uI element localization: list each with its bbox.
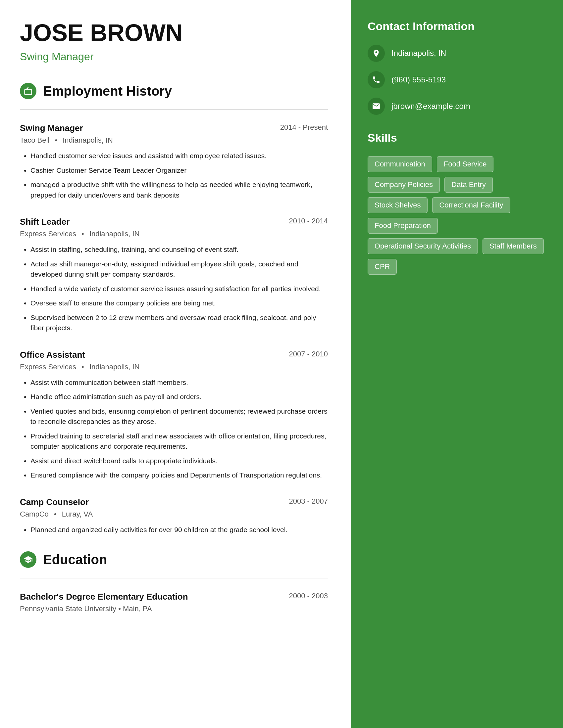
list-item: Provided training to secretarial staff a… [30,431,328,452]
job-title: Shift Leader [20,217,70,227]
job-header: Swing Manager2014 - Present [20,123,328,133]
education-title: Education [43,552,107,567]
list-item: Supervised between 2 to 12 crew members … [30,312,328,333]
list-item: Oversee staff to ensure the company poli… [30,298,328,308]
list-item: Assist with communication between staff … [30,377,328,388]
email-icon [372,102,381,111]
job-title: Swing Manager [20,123,83,133]
job-entry: Office Assistant2007 - 2010Express Servi… [20,350,328,480]
job-bullets: Assist with communication between staff … [20,377,328,480]
employment-section-heading: Employment History [20,83,328,99]
candidate-title: Swing Manager [20,51,328,63]
job-company: Express Services • Indianapolis, IN [20,363,328,371]
list-item: Planned and organized daily activities f… [30,524,328,535]
email-text: jbrown@example.com [392,102,470,111]
candidate-name: JOSE BROWN [20,20,328,46]
edu-dates: 2000 - 2003 [289,592,328,600]
list-item: Ensured compliance with the company poli… [30,470,328,480]
contact-section-title: Contact Information [368,20,546,33]
edu-container: Bachelor's Degree Elementary Education20… [20,592,328,613]
job-header: Office Assistant2007 - 2010 [20,350,328,360]
education-section-heading: Education [20,551,328,568]
education-divider [20,578,328,578]
phone-text: (960) 555-5193 [392,75,446,84]
skill-tag: Company Policies [368,177,440,193]
skill-tag: Food Preparation [368,218,438,234]
location-icon [372,49,381,58]
list-item: Cashier Customer Service Team Leader Org… [30,165,328,176]
job-entry: Swing Manager2014 - PresentTaco Bell • I… [20,123,328,200]
job-company: Taco Bell • Indianapolis, IN [20,136,328,145]
phone-icon-circle [368,71,385,88]
location-icon-circle [368,45,385,62]
job-bullets: Handled customer service issues and assi… [20,151,328,200]
job-entry: Camp Counselor2003 - 2007CampCo • Luray,… [20,497,328,535]
job-entry: Shift Leader2010 - 2014Express Services … [20,217,328,333]
skill-tag: CPR [368,259,397,275]
job-dates: 2014 - Present [280,123,328,132]
jobs-container: Swing Manager2014 - PresentTaco Bell • I… [20,123,328,535]
location-text: Indianapolis, IN [392,49,446,58]
skills-section: Skills CommunicationFood ServiceCompany … [368,131,546,275]
edu-degree: Bachelor's Degree Elementary Education [20,592,188,602]
job-company: Express Services • Indianapolis, IN [20,230,328,238]
main-content: JOSE BROWN Swing Manager Employment Hist… [0,0,351,728]
email-icon-circle [368,98,385,115]
list-item: Handle office administration such as pay… [30,391,328,402]
skill-tag: Staff Members [483,238,544,254]
job-dates: 2010 - 2014 [289,217,328,225]
list-item: Handled a wide variety of customer servi… [30,284,328,294]
employment-icon [20,83,36,99]
skills-section-title: Skills [368,131,546,144]
list-item: managed a productive shift with the will… [30,179,328,200]
education-icon [20,551,36,568]
skill-tag: Food Service [437,156,494,172]
edu-header: Bachelor's Degree Elementary Education20… [20,592,328,602]
skills-tags: CommunicationFood ServiceCompany Policie… [368,156,546,275]
employment-divider [20,109,328,110]
list-item: Assist and direct switchboard calls to a… [30,456,328,466]
edu-school: Pennsylvania State University • Main, PA [20,605,328,613]
contact-email: jbrown@example.com [368,98,546,115]
briefcase-icon [23,86,33,96]
skill-tag: Operational Security Activities [368,238,478,254]
phone-icon [372,75,381,84]
skill-tag: Correctional Facility [432,197,510,213]
skill-tag: Stock Shelves [368,197,428,213]
job-dates: 2003 - 2007 [289,497,328,506]
job-company: CampCo • Luray, VA [20,510,328,519]
job-dates: 2007 - 2010 [289,350,328,358]
job-bullets: Planned and organized daily activities f… [20,524,328,535]
job-header: Camp Counselor2003 - 2007 [20,497,328,507]
sidebar: Contact Information Indianapolis, IN (96… [351,0,563,728]
list-item: Handled customer service issues and assi… [30,151,328,161]
job-header: Shift Leader2010 - 2014 [20,217,328,227]
job-bullets: Assist in staffing, scheduling, training… [20,244,328,333]
skill-tag: Data Entry [445,177,493,193]
list-item: Acted as shift manager-on-duty, assigned… [30,259,328,280]
job-title: Office Assistant [20,350,85,360]
list-item: Verified quotes and bids, ensuring compl… [30,406,328,427]
contact-phone: (960) 555-5193 [368,71,546,88]
edu-entry: Bachelor's Degree Elementary Education20… [20,592,328,613]
skill-tag: Communication [368,156,432,172]
graduation-icon [23,555,33,564]
contact-location: Indianapolis, IN [368,45,546,62]
employment-title: Employment History [43,84,172,99]
list-item: Assist in staffing, scheduling, training… [30,244,328,255]
job-title: Camp Counselor [20,497,89,507]
